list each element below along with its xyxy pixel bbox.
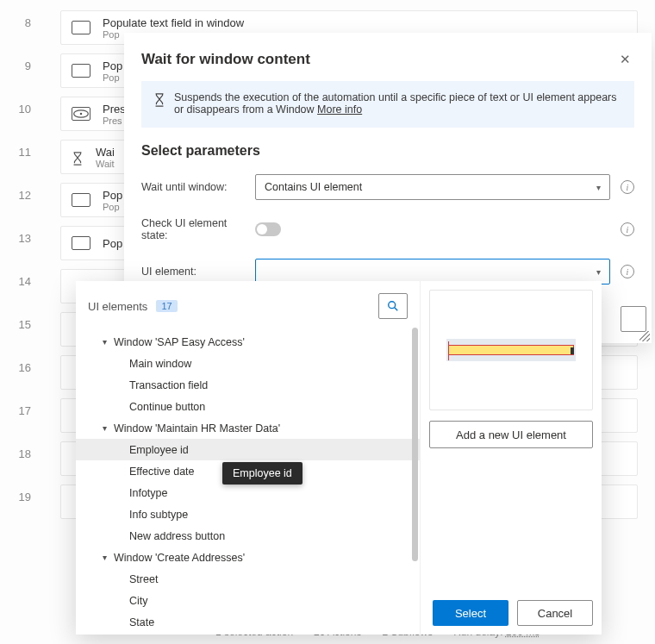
line-number: 11 bbox=[0, 131, 43, 174]
scrollbar-thumb[interactable] bbox=[412, 328, 418, 561]
ui-element-label: UI element: bbox=[141, 266, 245, 278]
tooltip: Employee id bbox=[222, 462, 303, 485]
step-subtitle: Pres bbox=[103, 116, 126, 126]
tree-item-label: Infotype bbox=[129, 487, 167, 499]
tree-item[interactable]: Employee id bbox=[76, 439, 420, 460]
line-number-gutter: 8 9 10 11 12 13 14 15 16 17 18 19 bbox=[0, 0, 43, 644]
line-number: 18 bbox=[0, 433, 43, 476]
tree-item-label: Employee id bbox=[129, 444, 189, 456]
svg-point-1 bbox=[80, 113, 83, 116]
tree-item[interactable]: Street bbox=[76, 568, 420, 590]
tree-item-label: Window 'Maintain HR Master Data' bbox=[114, 422, 280, 435]
step-subtitle: Pop bbox=[103, 202, 122, 212]
line-number: 12 bbox=[0, 174, 43, 217]
resize-handle[interactable] bbox=[639, 331, 650, 341]
tree-item-label: Window 'Create Addresses' bbox=[114, 552, 245, 564]
tree-item[interactable]: ▾Window 'Create Addresses' bbox=[76, 547, 420, 568]
count-badge: 17 bbox=[156, 300, 177, 312]
tree-item[interactable]: Main window bbox=[76, 353, 420, 374]
info-banner: Suspends the execution of the automation… bbox=[141, 81, 634, 128]
line-number: 15 bbox=[0, 303, 43, 347]
line-number: 13 bbox=[0, 217, 43, 260]
more-info-link[interactable]: More info bbox=[317, 103, 362, 116]
tree-item-label: Effective date bbox=[129, 466, 195, 478]
info-icon[interactable]: i bbox=[621, 222, 634, 236]
ui-elements-dropdown: UI elements 17 ▾Window 'SAP Easy Access'… bbox=[76, 281, 602, 635]
step-title: Pres bbox=[103, 103, 126, 116]
line-number: 19 bbox=[0, 476, 43, 519]
window-icon bbox=[72, 21, 90, 34]
tree-item-label: New address button bbox=[129, 530, 225, 542]
tree-item-label: City bbox=[129, 595, 148, 607]
tree-item-label: Transaction field bbox=[129, 379, 208, 391]
tree-item[interactable]: State bbox=[76, 611, 420, 633]
window-icon bbox=[72, 64, 90, 78]
step-title: Wai bbox=[96, 146, 115, 159]
close-icon[interactable]: ✕ bbox=[616, 48, 634, 71]
wait-until-value: Contains UI element bbox=[265, 181, 362, 193]
svg-point-2 bbox=[389, 302, 396, 309]
window-icon bbox=[72, 193, 90, 207]
scrollbar[interactable] bbox=[412, 328, 418, 628]
hourglass-icon bbox=[72, 152, 84, 166]
check-state-toggle[interactable] bbox=[255, 222, 281, 236]
step-title: Pop bbox=[103, 189, 122, 202]
tree-item[interactable]: ▾Window 'SAP Easy Access' bbox=[76, 331, 420, 353]
step-title: Pop bbox=[103, 59, 122, 72]
line-number: 9 bbox=[0, 45, 43, 88]
tree-item[interactable]: Infotype bbox=[76, 482, 420, 503]
chevron-down-icon: ▾ bbox=[596, 183, 601, 192]
step-title: Pop bbox=[103, 237, 122, 250]
tree-item[interactable]: Info subtype bbox=[76, 503, 420, 525]
step-title: Populate text field in window bbox=[103, 16, 244, 29]
wait-until-select[interactable]: Contains UI element ▾ bbox=[255, 174, 610, 200]
hourglass-icon bbox=[153, 93, 165, 107]
tree-item[interactable]: New address button bbox=[76, 525, 420, 547]
line-number: 8 bbox=[0, 2, 43, 45]
section-title: Select parameters bbox=[124, 128, 652, 166]
tree-item[interactable]: ▾Window 'Maintain HR Master Data' bbox=[76, 417, 420, 439]
chevron-down-icon: ▾ bbox=[596, 267, 601, 277]
step-subtitle: Pop bbox=[103, 72, 122, 83]
line-number: 17 bbox=[0, 390, 43, 433]
info-text: Suspends the execution of the automation… bbox=[174, 91, 622, 116]
line-number: 16 bbox=[0, 347, 43, 390]
search-icon bbox=[387, 300, 399, 312]
dropdown-title: UI elements bbox=[88, 300, 147, 313]
tree-item-label: Street bbox=[129, 573, 158, 585]
tree-item-label: Window 'SAP Easy Access' bbox=[114, 336, 245, 348]
search-button[interactable] bbox=[378, 293, 408, 319]
tree-item-label: Continue button bbox=[129, 401, 205, 413]
chevron-down-icon[interactable]: ▾ bbox=[98, 423, 110, 433]
info-icon[interactable]: i bbox=[621, 265, 634, 278]
line-number: 14 bbox=[0, 260, 43, 303]
check-state-label: Check UI element state: bbox=[141, 217, 245, 241]
add-ui-element-button[interactable]: Add a new UI element bbox=[429, 421, 593, 448]
cancel-button[interactable]: Cancel bbox=[517, 600, 593, 626]
select-button[interactable]: Select bbox=[433, 600, 508, 626]
tree-item-label: State bbox=[129, 616, 154, 628]
step-subtitle: Wait bbox=[96, 159, 115, 169]
element-preview bbox=[429, 290, 593, 410]
chevron-down-icon[interactable]: ▾ bbox=[98, 553, 110, 562]
tree-item[interactable]: Transaction field bbox=[76, 374, 420, 396]
svg-line-3 bbox=[395, 308, 398, 311]
modal-title: Wait for window content bbox=[141, 51, 310, 68]
line-number: 10 bbox=[0, 88, 43, 131]
info-icon[interactable]: i bbox=[621, 180, 634, 194]
chevron-down-icon[interactable]: ▾ bbox=[98, 337, 110, 347]
tree-item[interactable]: City bbox=[76, 590, 420, 611]
click-icon bbox=[72, 107, 90, 121]
wait-until-label: Wait until window: bbox=[141, 181, 245, 193]
tree-item-label: Main window bbox=[129, 358, 191, 370]
tree-item[interactable]: Continue button bbox=[76, 396, 420, 417]
window-icon bbox=[72, 236, 90, 250]
tree-item-label: Info subtype bbox=[129, 509, 188, 521]
partial-button[interactable] bbox=[621, 306, 646, 332]
